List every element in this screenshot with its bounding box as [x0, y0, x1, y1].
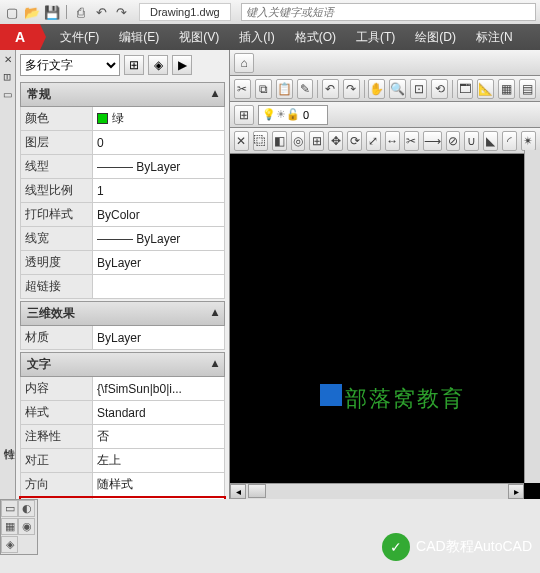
layout-add-tab[interactable]: ◉ — [18, 518, 35, 535]
prop-row[interactable]: 文字高度2.5 — [20, 497, 225, 499]
scrollbar-vertical[interactable] — [524, 150, 540, 483]
section-text[interactable]: 文字▴ — [20, 352, 225, 377]
drawing-viewport[interactable]: ⌂ ✂ ⧉ 📋 ✎ ↶ ↷ ✋ 🔍 ⊡ ⟲ 🗔 📐 ▦ ▤ — [230, 50, 540, 499]
prop-row[interactable]: 线宽——— ByLayer — [20, 227, 225, 251]
more-icon[interactable]: ▭ — [2, 89, 13, 100]
move-icon[interactable]: ✥ — [328, 131, 343, 151]
object-type-select[interactable]: 多行文字 — [20, 54, 120, 76]
prop-row[interactable]: 线型——— ByLayer — [20, 155, 225, 179]
model-tab[interactable]: ▭ — [1, 500, 18, 517]
menu-insert[interactable]: 插入(I) — [229, 24, 284, 50]
pin-icon[interactable]: ⊟ — [2, 73, 13, 81]
redo2-icon[interactable]: ↷ — [343, 79, 360, 99]
scroll-track[interactable] — [246, 484, 508, 499]
menu-tools[interactable]: 工具(T) — [346, 24, 405, 50]
stretch-icon[interactable]: ↔ — [385, 131, 400, 151]
quickselect-icon[interactable]: ⊞ — [124, 55, 144, 75]
prop-value[interactable]: {\fSimSun|b0|i... — [93, 377, 224, 400]
scroll-left-icon[interactable]: ◂ — [230, 484, 246, 499]
search-box[interactable] — [241, 3, 536, 21]
prop-value[interactable]: ByColor — [93, 203, 224, 226]
prop-row[interactable]: 材质ByLayer — [20, 326, 225, 350]
join-icon[interactable]: ∪ — [464, 131, 479, 151]
layer-dropdown[interactable]: 💡☀🔓 0 — [258, 105, 328, 125]
prop-value[interactable]: 2.5 — [93, 497, 224, 499]
search-input[interactable] — [241, 3, 536, 21]
prop-value[interactable]: ——— ByLayer — [93, 227, 224, 250]
scroll-right-icon[interactable]: ▸ — [508, 484, 524, 499]
break-icon[interactable]: ⊘ — [446, 131, 461, 151]
canvas-mtext[interactable]: 部落窝教育 — [345, 384, 465, 414]
copy2-icon[interactable]: ⿻ — [253, 131, 268, 151]
print-icon[interactable]: ⎙ — [73, 4, 89, 20]
pickadd-icon[interactable]: ◈ — [148, 55, 168, 75]
open-icon[interactable]: 📂 — [24, 4, 40, 20]
sheet-icon[interactable]: ▤ — [519, 79, 536, 99]
prop-row[interactable]: 样式Standard — [20, 401, 225, 425]
zoomprev-icon[interactable]: ⟲ — [431, 79, 448, 99]
trim-icon[interactable]: ✂ — [404, 131, 419, 151]
prop-row[interactable]: 颜色绿 — [20, 107, 225, 131]
array-icon[interactable]: ⊞ — [309, 131, 324, 151]
new-icon[interactable]: ▢ — [4, 4, 20, 20]
undo-icon[interactable]: ↶ — [93, 4, 109, 20]
mirror-icon[interactable]: ◧ — [272, 131, 287, 151]
undo2-icon[interactable]: ↶ — [322, 79, 339, 99]
chamfer-icon[interactable]: ◣ — [483, 131, 498, 151]
menu-format[interactable]: 格式(O) — [285, 24, 346, 50]
prop-value[interactable]: 绿 — [93, 107, 224, 130]
explode-icon[interactable]: ✴ — [521, 131, 536, 151]
prop-value[interactable]: 左上 — [93, 449, 224, 472]
prop-row[interactable]: 方向随样式 — [20, 473, 225, 497]
layerprops-icon[interactable]: ⊞ — [234, 105, 254, 125]
prop-value[interactable]: Standard — [93, 401, 224, 424]
menu-edit[interactable]: 编辑(E) — [109, 24, 169, 50]
prop-value[interactable] — [93, 275, 224, 298]
prop-row[interactable]: 超链接 — [20, 275, 225, 299]
prop-row[interactable]: 对正左上 — [20, 449, 225, 473]
erase-icon[interactable]: ✕ — [234, 131, 249, 151]
close-icon[interactable]: ✕ — [2, 54, 13, 65]
layout1-tab[interactable]: ◐ — [18, 500, 35, 517]
paste-icon[interactable]: 📋 — [276, 79, 293, 99]
prop-row[interactable]: 内容{\fSimSun|b0|i... — [20, 377, 225, 401]
prop-value[interactable]: 随样式 — [93, 473, 224, 496]
menu-dimension[interactable]: 标注(N — [466, 24, 523, 50]
prop-value[interactable]: ByLayer — [93, 326, 224, 349]
prop-row[interactable]: 线型比例1 — [20, 179, 225, 203]
menu-view[interactable]: 视图(V) — [169, 24, 229, 50]
text-grip[interactable] — [320, 384, 342, 406]
section-general[interactable]: 常规▴ — [20, 82, 225, 107]
prop-row[interactable]: 图层0 — [20, 131, 225, 155]
fillet-icon[interactable]: ◜ — [502, 131, 517, 151]
layout2-tab[interactable]: ▦ — [1, 518, 18, 535]
prop-row[interactable]: 透明度ByLayer — [20, 251, 225, 275]
menu-draw[interactable]: 绘图(D) — [405, 24, 466, 50]
dcenter-icon[interactable]: 📐 — [477, 79, 494, 99]
copy-icon[interactable]: ⧉ — [255, 79, 272, 99]
props-icon[interactable]: 🗔 — [457, 79, 474, 99]
menu-file[interactable]: 文件(F) — [50, 24, 109, 50]
prop-value[interactable]: 否 — [93, 425, 224, 448]
zoomwin-icon[interactable]: ⊡ — [410, 79, 427, 99]
scroll-thumb[interactable] — [248, 484, 266, 498]
redo-icon[interactable]: ↷ — [113, 4, 129, 20]
rotate-icon[interactable]: ⟳ — [347, 131, 362, 151]
prop-value[interactable]: ByLayer — [93, 251, 224, 274]
prop-value[interactable]: 1 — [93, 179, 224, 202]
toolpal-icon[interactable]: ▦ — [498, 79, 515, 99]
save-icon[interactable]: 💾 — [44, 4, 60, 20]
home-icon[interactable]: ⌂ — [234, 53, 254, 73]
pan-icon[interactable]: ✋ — [368, 79, 385, 99]
scale-icon[interactable]: ⤢ — [366, 131, 381, 151]
selectobjects-icon[interactable]: ▶ — [172, 55, 192, 75]
prop-value[interactable]: 0 — [93, 131, 224, 154]
section-3d[interactable]: 三维效果▴ — [20, 301, 225, 326]
scrollbar-horizontal[interactable]: ◂ ▸ — [230, 483, 524, 499]
zoom-icon[interactable]: 🔍 — [389, 79, 406, 99]
cut-icon[interactable]: ✂ — [234, 79, 251, 99]
match-icon[interactable]: ✎ — [297, 79, 314, 99]
app-logo[interactable]: A — [0, 24, 40, 50]
extend-icon[interactable]: ⟶ — [423, 131, 442, 151]
layout-more-tab[interactable]: ◈ — [1, 536, 18, 553]
